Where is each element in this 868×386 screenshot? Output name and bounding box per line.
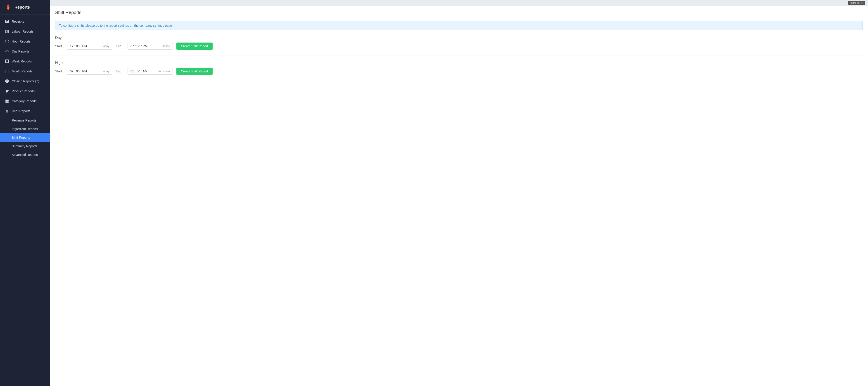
app-logo [4, 4, 12, 11]
sidebar-item-shift-label: Shift Reports [12, 136, 30, 139]
sidebar-item-receipts-label: Receipts [12, 20, 24, 23]
day-start-time-qualifier: Today [102, 44, 109, 48]
date-badge: 2019-10-15 [848, 1, 865, 5]
night-start-time-value: 07 : 00 : PM [70, 69, 100, 73]
page-header: Shift Reports [50, 6, 868, 17]
week-icon [4, 59, 9, 64]
sidebar-item-category-reports[interactable]: Category Reports [0, 96, 50, 106]
sidebar-item-week-label: Week Reports [12, 60, 32, 63]
shift-section-night: Night Start 07 : 00 : PM Today End 01 : … [55, 61, 863, 80]
night-start-time-qualifier: Today [102, 70, 109, 73]
sidebar-item-advanced-reports[interactable]: Advanced Reports [0, 150, 50, 159]
sidebar-item-summary-label: Summary Reports [12, 144, 37, 148]
shift-end-label-day: End [116, 44, 124, 48]
sidebar-item-day-label: Day Reports [12, 50, 29, 53]
sidebar-item-receipts[interactable]: Receipts [0, 17, 50, 27]
page-body: To configure shifts please go to the rep… [50, 17, 868, 386]
category-icon [4, 99, 9, 103]
shift-row-night: Start 07 : 00 : PM Today End 01 : 00 : A… [55, 68, 863, 75]
night-end-time-qualifier: Tomorrow [158, 70, 170, 73]
sidebar-item-hour-label: Hour Reports [12, 39, 31, 43]
create-night-shift-report-button[interactable]: Create Shift Report [177, 68, 213, 75]
day-start-time-value: 12 : 00 : PM [70, 44, 100, 48]
day-end-time-field: 07 : 00 : PM Today [128, 43, 173, 50]
shift-start-label-day: Start [55, 44, 63, 48]
shift-name-day: Day [55, 36, 863, 40]
shift-section-day: Day Start 12 : 00 : PM Today End 07 : 00… [55, 36, 863, 55]
sidebar-item-month-reports[interactable]: Month Reports [0, 66, 50, 76]
sidebar-item-category-label: Category Reports [12, 99, 37, 103]
sidebar-item-user-label: User Reports [12, 109, 30, 113]
sidebar-item-shift-reports[interactable]: Shift Reports [0, 133, 50, 142]
labour-icon [4, 29, 9, 34]
sidebar-item-product-label: Product Reports [12, 89, 35, 93]
month-icon [4, 69, 9, 74]
sidebar-navigation: Receipts Labour Reports Hour Reports [0, 15, 50, 161]
sidebar-item-summary-reports[interactable]: Summary Reports [0, 142, 50, 150]
day-end-time-value: 07 : 00 : PM [130, 44, 161, 48]
sidebar-item-ingredient-reports[interactable]: Ingredient Reports [0, 125, 50, 133]
sidebar-item-closing-label: Closing Reports (Z) [12, 80, 39, 83]
info-banner-link[interactable]: To configure shifts please go to the rep… [59, 24, 172, 27]
night-start-time-field: 07 : 00 : PM Today [67, 68, 112, 75]
sidebar-item-advanced-label: Advanced Reports [12, 153, 38, 156]
product-icon [4, 89, 9, 94]
night-end-time-value: 01 : 00 : AM [130, 69, 156, 73]
sidebar-item-revenue-reports[interactable]: Revenue Reports [0, 116, 50, 125]
sidebar-header: Reports [0, 0, 50, 15]
shift-row-day: Start 12 : 00 : PM Today End 07 : 00 : P… [55, 42, 863, 50]
sidebar: Reports Receipts Labour Reports [0, 0, 50, 386]
sidebar-item-user-reports[interactable]: User Reports [0, 106, 50, 116]
sidebar-item-month-label: Month Reports [12, 69, 33, 73]
sidebar-item-closing-reports[interactable]: Closing Reports (Z) [0, 76, 50, 86]
sidebar-item-labour-reports[interactable]: Labour Reports [0, 27, 50, 36]
hour-icon [4, 39, 9, 44]
main-content: 2019-10-15 Shift Reports To configure sh… [50, 0, 868, 386]
sidebar-item-revenue-label: Revenue Reports [12, 119, 36, 122]
info-banner: To configure shifts please go to the rep… [55, 21, 863, 30]
sidebar-item-ingredient-label: Ingredient Reports [12, 127, 38, 131]
app-title: Reports [14, 5, 30, 10]
user-icon [4, 109, 9, 114]
day-start-time-field: 12 : 00 : PM Today [67, 43, 112, 50]
create-day-shift-report-button[interactable]: Create Shift Report [177, 42, 213, 50]
closing-icon [4, 79, 9, 84]
sidebar-item-labour-label: Labour Reports [12, 30, 34, 33]
top-bar: 2019-10-15 [50, 0, 868, 6]
page-title: Shift Reports [55, 10, 863, 15]
receipt-icon [4, 19, 9, 24]
shift-name-night: Night [55, 61, 863, 65]
night-end-time-field: 01 : 00 : AM Tomorrow [128, 68, 173, 75]
sidebar-item-hour-reports[interactable]: Hour Reports [0, 36, 50, 47]
day-icon [4, 49, 9, 54]
sidebar-item-day-reports[interactable]: Day Reports [0, 47, 50, 56]
day-end-time-qualifier: Today [163, 44, 170, 48]
shift-end-label-night: End [116, 69, 124, 73]
shift-start-label-night: Start [55, 69, 63, 73]
sidebar-item-product-reports[interactable]: Product Reports [0, 86, 50, 96]
sidebar-item-week-reports[interactable]: Week Reports [0, 56, 50, 66]
